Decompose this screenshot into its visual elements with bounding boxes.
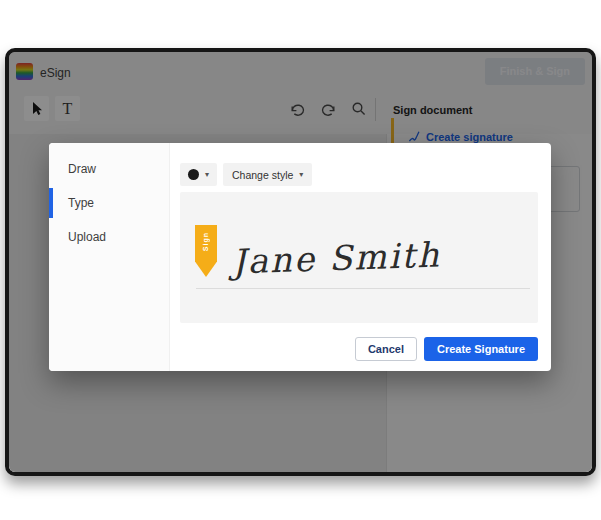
create-signature-button[interactable]: Create Signature [424,337,538,361]
esign-app: eSign Finish & Sign T [9,52,592,472]
sign-ribbon-label: Sign [202,232,209,251]
modal-actions: Cancel Create Signature [355,337,538,361]
tab-upload-label: Upload [68,230,106,244]
typed-signature-text[interactable]: Jane Smith [231,234,441,281]
tab-draw-label: Draw [68,162,96,176]
change-style-dropdown[interactable]: Change style ▾ [223,163,312,186]
signature-options-row: ▾ Change style ▾ [180,163,312,186]
change-style-label: Change style [232,169,293,181]
signature-baseline [196,288,530,289]
cancel-button[interactable]: Cancel [355,337,417,361]
signature-preview: Sign Jane Smith [180,192,538,323]
tab-upload[interactable]: Upload [49,220,169,254]
ink-color-dropdown[interactable]: ▾ [180,163,217,186]
tab-draw[interactable]: Draw [49,152,169,186]
chevron-down-icon: ▾ [299,170,303,179]
active-tab-indicator [49,188,53,218]
app-window: eSign Finish & Sign T [5,48,596,476]
signature-type-content: ▾ Change style ▾ Sign Jane Smith [170,143,551,371]
signature-mode-sidebar: Draw Type Upload [49,143,170,371]
tab-type[interactable]: Type [49,186,169,220]
sign-ribbon-tag: Sign [195,225,217,277]
screenshot-stage: eSign Finish & Sign T [0,0,601,520]
tab-type-label: Type [68,196,94,210]
create-signature-modal: Draw Type Upload ▾ [49,143,551,371]
chevron-down-icon: ▾ [205,170,209,179]
selected-color-swatch [188,169,199,180]
